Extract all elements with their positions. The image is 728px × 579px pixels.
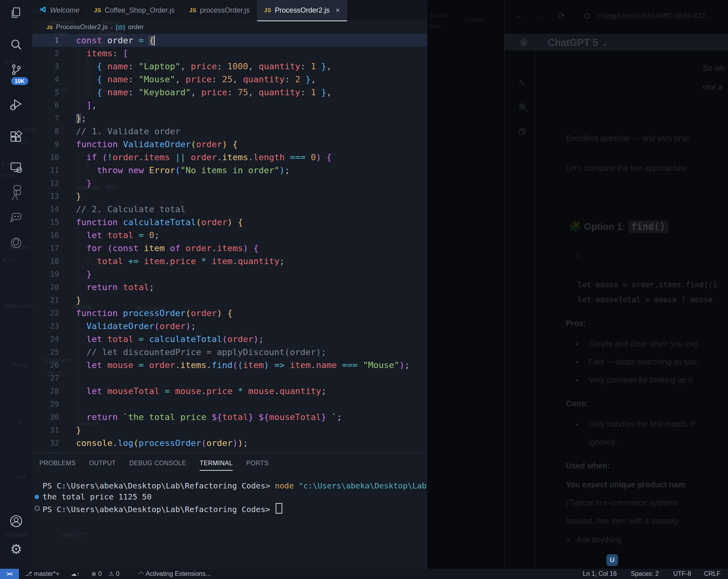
tab-label: ProcessOrder2.js [275,6,330,15]
code-line-8: 8// 1. Validate order [32,125,427,138]
browser-refresh-icon[interactable]: ⟳ [558,11,565,20]
terminal-line-3: PS C:\Users\abeka\Desktop\Lab\Refactorin… [43,503,470,514]
ask-anything-input[interactable]: ＋ Ask anything [564,535,622,545]
code-block-line: let mouse = order.items.find((i [578,280,717,289]
close-tab-icon[interactable]: × [335,6,340,15]
used-when-line: You expect unique product nam [566,480,685,489]
status-indentation[interactable]: Spaces: 2 [631,569,659,579]
line-number: 20 [32,281,59,294]
desktop-ghost-label: AskGPT2 [62,531,87,538]
spinner-icon: ◠ [139,569,144,579]
code-text: } [76,190,81,203]
line-number: 21 [32,294,59,307]
line-number: 7 [32,112,59,125]
code-line-3: 3 { name: "Laptop", price: 1000, quantit… [32,60,427,73]
panel-tab-debug-console[interactable]: DEBUG CONSOLE [129,456,186,471]
code-line-18: 18 total += item.price * item.quantity; [32,255,427,268]
chatgpt-model-selector[interactable]: ChatGPT 5 ⌄ [548,37,609,48]
pros-label: Pros: [566,319,586,328]
tab-processorder-js[interactable]: JSprocessOrder.js [182,0,257,20]
code-line-7: 7}; [32,112,427,125]
line-number: 11 [32,164,59,177]
run-debug-icon[interactable] [0,98,32,112]
code-text: const order = { [76,34,154,47]
chevron-right-icon: › [111,24,113,31]
status-publish[interactable]: ☁↑ [71,569,80,579]
tab-processorder2-js[interactable]: JSProcessOrder2.js× [257,0,347,21]
extensions-icon[interactable] [0,131,32,144]
panel-tab-problems[interactable]: PROBLEMS [39,456,76,471]
code-text: // 2. Calculate total [76,203,185,216]
assistant-paragraph: Let's compare the two approaches: [566,164,688,173]
status-cursor-position[interactable]: Ln 1, Col 16 [583,569,617,579]
breadcrumb-file[interactable]: ProcessOrder2.js [56,23,107,31]
remote-explorer-icon[interactable] [0,161,32,175]
panel-tab-output[interactable]: OUTPUT [89,456,116,471]
settings-gear-icon[interactable]: ⚙ [0,542,32,556]
terminal-decoration-hollow [35,506,40,511]
panel-tab-terminal[interactable]: TERMINAL [200,456,233,471]
figma-icon[interactable] [0,185,32,200]
code-text: function ValidateOrder(order) { [76,138,238,151]
line-number: 16 [32,229,59,242]
code-text: { name: "Keyboard", price: 75, quantity:… [76,86,332,99]
code-text: if (!order.items || order.items.length =… [76,151,332,164]
used-when-line: (Typical in e-commerce systems [566,498,678,507]
chat-icon[interactable] [0,211,32,225]
status-bar: >< ⎇master*+☁↑⊗0⚠0◠Activating Extensions… [0,569,728,579]
status-eol[interactable]: CRLF [704,569,721,579]
chat-search-icon[interactable]: 🔍 [519,103,529,113]
explorer-icon[interactable] [0,6,32,19]
code-text: let mouse = order.items.find((item) => i… [76,359,410,372]
new-chat-icon[interactable]: ✎ [519,79,526,88]
browser-forward-icon[interactable]: → [537,11,545,20]
account-icon[interactable] [0,514,32,528]
code-text: return `the total price ${total} ${mouse… [76,411,342,424]
user-message-line: one a [703,83,722,92]
code-text: } [76,294,81,307]
code-line-23: 23 ValidateOrder(order); [32,320,427,333]
browser-url[interactable]: chatgpt.com/c/691458f2-db64-832... [597,12,711,20]
symbol-object-icon: [@] [116,24,125,30]
status-branch[interactable]: ⎇master*+ [25,569,59,579]
line-number: 5 [32,86,59,99]
desktop-screen: 10K [0,0,728,579]
tab-label: processOrder.js [200,6,250,15]
line-number: 3 [32,60,59,73]
code-text: { name: "Laptop", price: 1000, quantity:… [76,60,332,73]
library-icon[interactable]: 🗇 [519,128,527,137]
breadcrumb-symbol[interactable]: order [128,23,144,31]
status-warning[interactable]: ⚠0 [109,569,119,579]
line-number: 12 [32,177,59,190]
code-line-15: 15function calculateTotal(order) { [32,216,427,229]
assistant-paragraph: Excellent question — and very prac [566,134,690,143]
tab-welcome[interactable]: Welcome [32,0,87,20]
site-settings-icon[interactable]: ⛭ [584,11,591,20]
code-line-24: 24 let total = calculateTotal(order); [32,333,427,346]
code-text: } [76,177,92,190]
bullet-icon [576,343,578,345]
search-icon[interactable] [0,38,32,52]
browser-back-icon[interactable]: ← [515,11,523,20]
pros-item: Very common for looking up o [589,376,693,385]
openai-icon[interactable] [0,236,32,250]
profile-badge[interactable]: U [606,554,618,566]
code-text: function processOrder(order) { [76,307,232,320]
code-text: { name: "Mouse", price: 25, quantity: 2 … [76,73,316,86]
line-number: 25 [32,346,59,359]
tab-coffee-shop-order-js[interactable]: JSCoffee_Shop_Order.js [87,0,182,20]
status-spinner[interactable]: ◠Activating Extensions... [139,569,211,579]
breadcrumb[interactable]: JS ProcessOrder2.js › [@] order [46,22,144,32]
code-editor[interactable]: 1const order = {2 items: [3 { name: "Lap… [32,34,427,453]
code-line-28: 28 let mouseTotal = mouse.price * mouse.… [32,385,427,398]
remote-indicator[interactable]: >< [0,569,19,579]
terminal-line-2: the total price 1125 50 [43,492,470,501]
code-line-32: 32console.log(processOrder(order)); [32,437,427,450]
panel-tab-ports[interactable]: PORTS [246,456,269,471]
code-line-13: 13} [32,190,427,203]
publish-icon: ☁↑ [71,569,80,579]
status-error[interactable]: ⊗0 [91,569,102,579]
code-line-31: 31} [32,424,427,437]
source-control-icon[interactable] [0,63,32,76]
status-encoding[interactable]: UTF-8 [673,569,691,579]
